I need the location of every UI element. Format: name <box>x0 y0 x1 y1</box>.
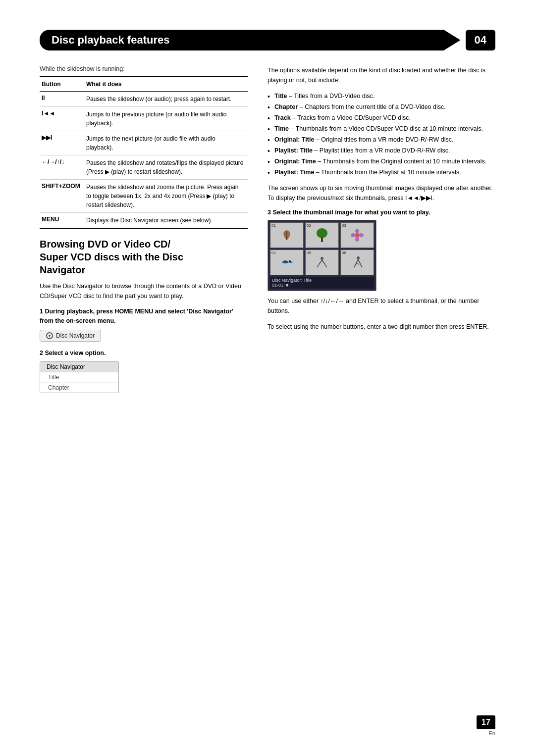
svg-rect-2 <box>321 237 323 242</box>
svg-point-1 <box>317 228 327 238</box>
page-footer: 17 En <box>477 715 495 736</box>
bird-icon <box>278 253 296 271</box>
options-intro: The options available depend on the kind… <box>268 65 495 85</box>
table-row: ▶▶IJumps to the next picture (or audio f… <box>40 131 248 155</box>
table-row: MENUDisplays the Disc Navigator screen (… <box>40 213 248 229</box>
list-item: Title – Titles from a DVD-Video disc. <box>268 91 495 101</box>
page-number: 17 <box>477 715 495 729</box>
thumbnail-cell-2[interactable]: 02 <box>305 222 339 248</box>
step3-heading: 3 Select the thumbnail image for what yo… <box>268 209 495 216</box>
dropdown-item[interactable]: Title <box>40 372 118 383</box>
bullet-list: Title – Titles from a DVD-Video disc.Cha… <box>268 91 495 177</box>
table-row: I◄◄Jumps to the previous picture (or aud… <box>40 107 248 131</box>
table-col1-header: Button <box>40 77 84 92</box>
table-row: ←/→/↑/↓Pauses the slideshow and rotates/… <box>40 155 248 180</box>
step2-heading: 2 Select a view option. <box>40 349 248 358</box>
list-item: Chapter – Chapters from the current titl… <box>268 102 495 112</box>
dropdown-item[interactable]: Chapter <box>40 383 118 393</box>
list-item: Original: Time – Thumbnails from the Ori… <box>268 156 495 166</box>
svg-point-10 <box>357 256 360 259</box>
thumbnail-cell-6[interactable]: 06 <box>340 250 374 275</box>
table-cell-button: I◄◄ <box>40 107 84 131</box>
table-cell-button: II <box>40 92 84 107</box>
dropdown-header-label: Disc Navigator <box>47 363 85 370</box>
disc-navigator-label: Disc Navigator <box>56 332 95 339</box>
thumbnail-grid: 01 02 03 <box>268 220 376 291</box>
after-thumbnail-text1: You can use either ↑/↓/←/→ and ENTER to … <box>268 296 495 316</box>
section-heading: Browsing DVD or Video CD/Super VCD discs… <box>40 238 248 276</box>
table-cell-desc: Pauses the slideshow (or audio); press a… <box>84 92 248 107</box>
table-row: IIPauses the slideshow (or audio); press… <box>40 92 248 107</box>
table-cell-desc: Jumps to the previous picture (or audio … <box>84 107 248 131</box>
disc-icon <box>46 332 53 339</box>
table-cell-button: ←/→/↑/↓ <box>40 155 84 180</box>
dropdown-header: Disc Navigator <box>40 362 118 372</box>
leaf-icon <box>278 226 296 244</box>
list-item: Playlist: Time – Thumbnails from the Pla… <box>268 167 495 177</box>
page-language: En <box>489 730 495 736</box>
svg-point-7 <box>359 233 364 237</box>
flower-icon <box>348 226 366 244</box>
thumbnail-cell-5[interactable]: 05 <box>305 250 339 275</box>
list-item: Track – Tracks from a Video CD/Super VCD… <box>268 113 495 123</box>
thumbnail-row-1: 01 02 03 <box>270 222 374 248</box>
tree-icon <box>313 226 331 244</box>
list-item: Time – Thumbnails from a Video CD/Super … <box>268 124 495 134</box>
table-cell-desc: Jumps to the next picture (or audio file… <box>84 131 248 155</box>
table-cell-desc: Pauses the slideshow and rotates/flips t… <box>84 155 248 180</box>
svg-point-8 <box>289 260 291 262</box>
step1-heading: 1 During playback, press HOME MENU and s… <box>40 307 248 326</box>
list-item: Playlist: Title – Playlist titles from a… <box>268 146 495 155</box>
table-cell-button: SHIFT+ZOOM <box>40 180 84 213</box>
table-col2-header: What it does <box>84 77 248 92</box>
slideshow-label: While the slideshow is running: <box>40 65 248 72</box>
svg-point-9 <box>321 257 323 260</box>
page-header: Disc playback features 04 <box>40 30 495 50</box>
right-column: The options available depend on the kind… <box>268 65 495 400</box>
intro-text: Use the Disc Navigator to browse through… <box>40 281 248 301</box>
svg-point-6 <box>351 233 356 237</box>
table-cell-desc: Pauses the slideshow and zooms the pictu… <box>84 180 248 213</box>
chapter-number: 04 <box>466 30 495 50</box>
thumbnail-cell-3[interactable]: 03 <box>340 222 374 248</box>
feature-table: Button What it does IIPauses the slidesh… <box>40 76 248 229</box>
running-figure-icon <box>348 253 366 271</box>
thumbnail-caption: Disc Navigator: Title01-01: ■ <box>270 277 374 289</box>
dropdown-items: TitleChapter <box>40 372 118 393</box>
svg-point-5 <box>355 237 359 242</box>
thumbnails-desc: The screen shows up to six moving thumbn… <box>268 183 495 203</box>
thumbnail-row-2: 04 05 <box>270 250 374 275</box>
thumbnail-cell-1[interactable]: 01 <box>270 222 304 248</box>
svg-point-4 <box>355 229 359 234</box>
thumbnail-cell-4[interactable]: 04 <box>270 250 304 275</box>
table-cell-button: ▶▶I <box>40 131 84 155</box>
dropdown-mockup: Disc Navigator TitleChapter <box>40 361 119 393</box>
list-item: Original: Title – Original titles from a… <box>268 135 495 145</box>
chapter-title: Disc playback features <box>40 30 461 50</box>
table-row: SHIFT+ZOOMPauses the slideshow and zooms… <box>40 180 248 213</box>
table-cell-desc: Displays the Disc Navigator screen (see … <box>84 213 248 229</box>
person-diving-icon <box>313 253 331 271</box>
table-cell-button: MENU <box>40 213 84 229</box>
svg-point-3 <box>355 233 359 237</box>
left-column: While the slideshow is running: Button W… <box>40 65 248 400</box>
main-content: While the slideshow is running: Button W… <box>40 65 495 400</box>
disc-navigator-button[interactable]: Disc Navigator <box>40 330 101 342</box>
after-thumbnail-text2: To select using the number buttons, ente… <box>268 322 495 332</box>
